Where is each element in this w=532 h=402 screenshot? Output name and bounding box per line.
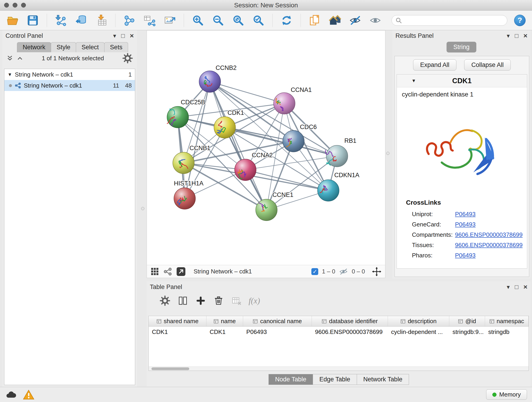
crosslink-link[interactable]: 9606.ENSP00000378699 (455, 231, 523, 238)
pan-crosshair-icon[interactable] (372, 267, 381, 276)
zoom-window-button[interactable] (21, 3, 26, 7)
detach-view-button[interactable] (176, 267, 186, 276)
new-network-button[interactable] (123, 14, 136, 27)
zoom-in-button[interactable] (192, 14, 204, 27)
network-from-table-button[interactable] (143, 14, 156, 27)
home-button[interactable] (329, 14, 341, 27)
delete-column-button[interactable] (213, 295, 224, 306)
zoom-selected-button[interactable] (252, 14, 265, 27)
import-table-button[interactable] (95, 14, 108, 27)
node-CCNA1[interactable] (273, 93, 295, 114)
horizontal-scrollbar[interactable] (149, 366, 529, 370)
search-input[interactable] (392, 15, 507, 26)
copy-button[interactable] (309, 14, 321, 27)
column-header[interactable]: canonical name (243, 316, 312, 326)
selected-checkbox[interactable]: ✓ (311, 268, 318, 275)
crosslink-link[interactable]: 9606.ENSP00000378699 (455, 242, 523, 249)
zoom-out-button[interactable] (212, 14, 224, 27)
edge-CCNB2-CCNA1[interactable] (210, 82, 284, 103)
panel-close-icon[interactable]: × (130, 32, 134, 39)
column-header[interactable]: name (206, 316, 243, 326)
node-HIST1H1A[interactable] (174, 188, 196, 209)
import-network-database-button[interactable] (75, 14, 87, 27)
node-CCNA2[interactable] (234, 159, 256, 181)
crosslink-link[interactable]: P06493 (455, 211, 476, 218)
tab-network[interactable]: Network (17, 42, 51, 52)
save-session-button[interactable] (27, 14, 39, 27)
node-CCNB1[interactable] (173, 152, 194, 174)
minimize-window-button[interactable] (13, 3, 17, 7)
node-CCNE1[interactable] (256, 199, 277, 221)
node-CDC6[interactable] (283, 130, 304, 152)
import-network-file-button[interactable] (55, 14, 67, 27)
function-builder-button[interactable]: f(x) (249, 295, 260, 306)
edge-CCNB2-CCNE1[interactable] (210, 82, 266, 210)
table-settings-button[interactable] (159, 295, 171, 306)
cell-name[interactable]: CDK1 (206, 327, 243, 337)
export-image-button[interactable] (164, 14, 176, 27)
network-row-selected[interactable]: String Network – cdk1 11 48 (4, 80, 135, 91)
refresh-button[interactable] (280, 14, 293, 27)
crosslink-link[interactable]: P06493 (455, 252, 476, 259)
cell-namespace[interactable]: stringdb (485, 327, 529, 337)
tab-style[interactable]: Style (51, 42, 76, 52)
window-controls[interactable] (4, 3, 26, 7)
tab-sets[interactable]: Sets (104, 42, 128, 52)
tab-string[interactable]: String (447, 42, 476, 52)
gear-icon[interactable] (122, 53, 133, 64)
cell-canonical-name[interactable]: P06493 (243, 327, 312, 337)
network-canvas[interactable]: CCNB2CCNA1CDC25BCDK1CDC6RB1CCNB1CCNA2CDK… (147, 31, 386, 265)
table-row[interactable]: CDK1 CDK1 P06493 9606.ENSP00000378699 cy… (149, 327, 529, 337)
node-CDK1[interactable] (214, 117, 235, 138)
search-field[interactable] (402, 17, 503, 24)
show-graphics-button[interactable] (369, 14, 381, 27)
cell-shared-name[interactable]: CDK1 (149, 327, 206, 337)
protein-expander-icon[interactable]: ▼ (412, 78, 416, 83)
memory-button[interactable]: Memory (486, 389, 527, 400)
panel-float-icon[interactable]: □ (515, 33, 519, 39)
birdseye-view-icon[interactable] (163, 267, 172, 276)
panel-float-icon[interactable]: □ (121, 33, 125, 39)
hide-graphics-button[interactable] (349, 14, 361, 27)
help-button[interactable]: ? (514, 15, 526, 26)
tab-select[interactable]: Select (76, 42, 104, 52)
splitter-handle[interactable] (141, 207, 144, 210)
network-collection-row[interactable]: ▼ String Network – cdk1 1 (4, 69, 135, 80)
crosslink-link[interactable]: P06493 (455, 221, 476, 228)
collapse-all-icon[interactable] (17, 55, 23, 61)
show-columns-button[interactable] (177, 295, 188, 306)
panel-float-icon[interactable]: □ (515, 284, 519, 290)
node-CDC25B[interactable] (167, 106, 189, 128)
warnings-button[interactable] (23, 390, 34, 400)
panel-collapse-icon[interactable]: ▾ (507, 284, 510, 290)
scrollbar-thumb[interactable] (152, 367, 189, 370)
add-column-button[interactable] (195, 295, 206, 306)
cell-description[interactable]: cyclin-dependent ... (388, 327, 449, 337)
column-header[interactable]: namespac (485, 316, 529, 326)
panel-close-icon[interactable]: × (523, 32, 527, 39)
column-header[interactable]: @id (449, 316, 485, 326)
tab-edge-table[interactable]: Edge Table (313, 374, 357, 385)
tab-network-table[interactable]: Network Table (357, 374, 409, 385)
node-CCNB2[interactable] (199, 71, 221, 92)
column-header[interactable]: database identifier (312, 316, 388, 326)
cloud-status-button[interactable] (5, 390, 17, 399)
cell-id[interactable]: stringdb:9... (449, 327, 485, 337)
open-session-button[interactable] (6, 14, 19, 27)
panel-collapse-icon[interactable]: ▾ (507, 33, 510, 39)
node-CDKN1A[interactable] (317, 180, 339, 201)
splitter-handle[interactable] (386, 152, 389, 155)
cell-database-identifier[interactable]: 9606.ENSP00000378699 (312, 327, 388, 337)
grid-view-icon[interactable] (151, 267, 159, 276)
collapse-all-button[interactable]: Collapse All (464, 59, 511, 70)
expand-all-button[interactable]: Expand All (413, 59, 457, 70)
close-window-button[interactable] (4, 3, 9, 7)
column-header[interactable]: description (388, 316, 449, 326)
tab-node-table[interactable]: Node Table (268, 374, 313, 385)
tree-expander-icon[interactable]: ▼ (7, 72, 12, 77)
panel-close-icon[interactable]: × (523, 283, 527, 290)
panel-collapse-icon[interactable]: ▾ (113, 33, 116, 39)
expand-all-icon[interactable] (6, 55, 13, 61)
zoom-fit-button[interactable] (232, 14, 244, 27)
column-header[interactable]: shared name (149, 316, 206, 326)
